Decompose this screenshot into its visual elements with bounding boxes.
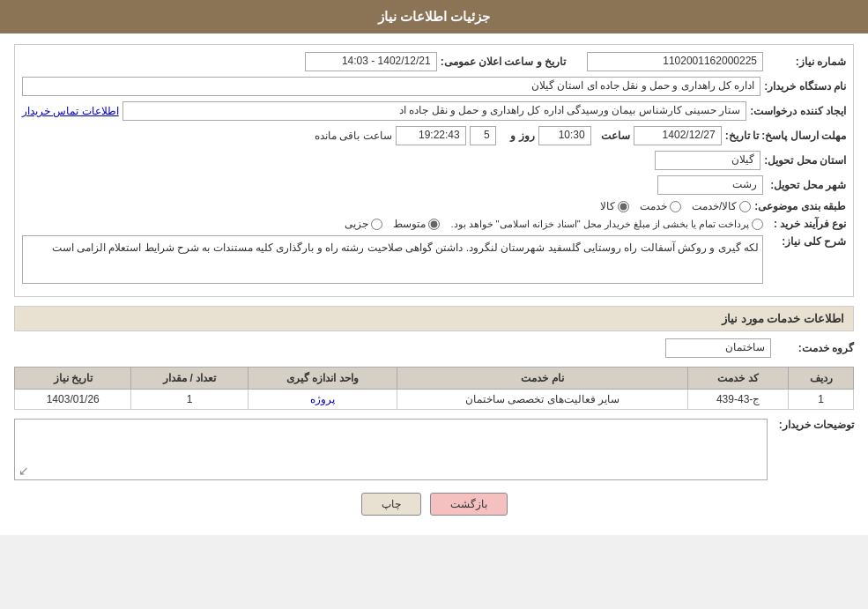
creator-label: ایجاد کننده درخواست: (750, 105, 846, 117)
organization-row: نام دستگاه خریدار: اداره کل راهداری و حم… (22, 77, 846, 96)
order-row: شماره نیاز: 1102001162000225 تاریخ و ساع… (22, 52, 846, 71)
creator-link[interactable]: اطلاعات تماس خریدار (22, 105, 119, 117)
category-option-kala: کالا (600, 200, 629, 212)
category-radio-group: کالا/خدمت خدمت کالا (600, 200, 751, 212)
date-value: 1402/12/21 - 14:03 (305, 52, 437, 71)
category-radio-khedmat[interactable] (670, 201, 681, 212)
city-value: رشت (657, 175, 763, 195)
cell-name: سایر فعالیت‌های تخصصی ساختمان (397, 390, 688, 410)
purchase-radio-jozyi[interactable] (371, 219, 382, 230)
group-row: گروه خدمت: ساختمان (14, 338, 854, 358)
col-unit: واحد اندازه گیری (248, 368, 397, 390)
services-table: ردیف کد خدمت نام خدمت واحد اندازه گیری ت… (14, 367, 854, 410)
deadline-row: مهلت ارسال پاسخ: تا تاریخ: 1402/12/27 سا… (22, 126, 846, 145)
purchase-type-jozyi: جزیی (345, 218, 382, 230)
cell-quantity: 1 (131, 390, 248, 410)
category-option-kala-khedmat: کالا/خدمت (692, 200, 751, 212)
purchase-radio-esnad[interactable] (752, 219, 763, 230)
deadline-date: 1402/12/27 (634, 126, 722, 145)
buyer-notes-box (14, 419, 768, 480)
deadline-remaining-label: ساعت باقی مانده (315, 130, 392, 142)
description-value: لکه گیری و روکش آسفالت راه روستایی گلسفی… (22, 235, 763, 284)
purchase-label-esnad: پرداخت تمام یا بخشی از مبلغ خریدار محل "… (450, 219, 749, 230)
province-row: استان محل تحویل: گیلان (22, 151, 846, 170)
purchase-type-motevaset: متوسط (393, 218, 440, 230)
col-name: نام خدمت (397, 368, 688, 390)
group-label: گروه خدمت: (775, 342, 854, 354)
services-section-title: اطلاعات خدمات مورد نیاز (14, 306, 854, 331)
category-label-kala: کالا (600, 200, 615, 212)
deadline-days-label: روز و (500, 130, 535, 142)
category-option-khedmat: خدمت (640, 200, 681, 212)
province-value: گیلان (655, 151, 760, 170)
cell-row-num: 1 (789, 390, 854, 410)
category-row: طبقه بندی موضوعی: کالا/خدمت خدمت کالا (22, 200, 846, 212)
category-radio-kala-khedmat[interactable] (739, 201, 751, 212)
group-value: ساختمان (665, 338, 771, 358)
back-button[interactable]: بازگشت (430, 493, 508, 516)
services-section: ردیف کد خدمت نام خدمت واحد اندازه گیری ت… (14, 367, 854, 410)
category-label: طبقه بندی موضوعی: (754, 200, 846, 212)
table-row: 1 ج-43-439 سایر فعالیت‌های تخصصی ساختمان… (15, 390, 854, 410)
category-label-kala-khedmat: کالا/خدمت (692, 200, 737, 212)
category-radio-kala[interactable] (618, 201, 629, 212)
info-section: شماره نیاز: 1102001162000225 تاریخ و ساع… (14, 44, 854, 297)
purchase-label-jozyi: جزیی (345, 218, 368, 230)
purchase-radio-motevaset[interactable] (428, 219, 440, 230)
city-row: شهر محل تحویل: رشت (22, 175, 846, 195)
col-quantity: تعداد / مقدار (131, 368, 248, 390)
buttons-row: بازگشت چاپ (14, 493, 854, 516)
deadline-remaining: 19:22:43 (396, 126, 466, 145)
buyer-notes-label: توضیحات خریدار: (775, 419, 854, 431)
purchase-type-esnad: پرداخت تمام یا بخشی از مبلغ خریدار محل "… (450, 219, 763, 230)
col-code: کد خدمت (688, 368, 789, 390)
category-label-khedmat: خدمت (640, 200, 667, 212)
col-row-num: ردیف (789, 368, 854, 390)
deadline-days: 5 (470, 126, 496, 145)
cell-unit: پروژه (248, 390, 397, 410)
organization-value: اداره کل راهداری و حمل و نقل جاده ای است… (22, 77, 760, 96)
deadline-time-label: ساعت (595, 130, 630, 142)
print-button[interactable]: چاپ (361, 493, 421, 516)
city-label: شهر محل تحویل: (767, 179, 846, 191)
cell-date: 1403/01/26 (15, 390, 131, 410)
deadline-label: مهلت ارسال پاسخ: تا تاریخ: (725, 130, 846, 142)
date-label: تاریخ و ساعت اعلان عمومی: (441, 56, 566, 68)
description-label: شرح کلی نیاز: (767, 235, 846, 248)
creator-row: ایجاد کننده درخواست: ستار حسینی کارشناس … (22, 101, 846, 121)
purchase-type-row: نوع فرآیند خرید : پرداخت تمام یا بخشی از… (22, 218, 846, 230)
cell-code: ج-43-439 (688, 390, 789, 410)
purchase-type-label: نوع فرآیند خرید : (767, 218, 846, 230)
col-date: تاریخ نیاز (15, 368, 131, 390)
purchase-label-motevaset: متوسط (393, 218, 426, 230)
description-row: شرح کلی نیاز: لکه گیری و روکش آسفالت راه… (22, 235, 846, 284)
creator-value: ستار حسینی کارشناس بیمان ورسیدگی اداره ک… (122, 101, 747, 121)
deadline-time: 10:30 (538, 126, 591, 145)
order-number-label: شماره نیاز: (767, 56, 846, 68)
page-title: جزئیات اطلاعات نیاز (0, 0, 868, 33)
organization-label: نام دستگاه خریدار: (764, 80, 846, 93)
order-number-value: 1102001162000225 (587, 52, 763, 71)
buyer-notes-section: توضیحات خریدار: (14, 419, 854, 480)
province-label: استان محل تحویل: (764, 154, 846, 167)
purchase-type-radio-group: پرداخت تمام یا بخشی از مبلغ خریدار محل "… (345, 218, 763, 230)
